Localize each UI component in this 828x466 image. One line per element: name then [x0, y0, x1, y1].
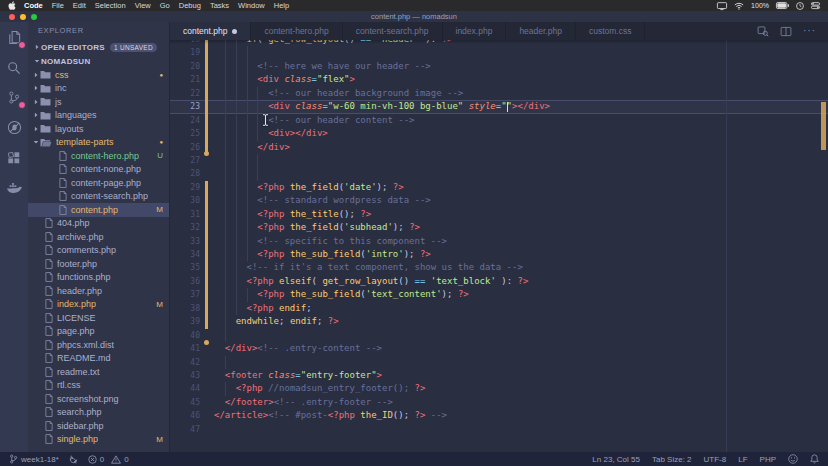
file-single.php[interactable]: single.phpM	[28, 433, 169, 447]
code-line-42[interactable]: 42	[170, 356, 828, 369]
code-line-21[interactable]: 21 <div class="flex">	[170, 73, 828, 86]
folder-inc[interactable]: inc	[28, 82, 169, 96]
menu-file[interactable]: File	[52, 1, 64, 10]
file-readme.txt[interactable]: readme.txt	[28, 365, 169, 379]
code-line-32[interactable]: 32 <?php the_field('subhead'); ?>	[170, 221, 828, 234]
minimize-window-button[interactable]	[20, 14, 26, 20]
code-line-43[interactable]: 43 <footer class="entry-footer">	[170, 369, 828, 382]
file-index.php[interactable]: index.phpM	[28, 298, 169, 312]
line-number[interactable]: 39	[170, 315, 200, 328]
code-line-36[interactable]: 36 <?php elseif( get_row_layout() == 'te…	[170, 275, 828, 288]
line-number[interactable]: 22	[170, 87, 200, 100]
menu-help[interactable]: Help	[274, 1, 289, 10]
line-number[interactable]: 46	[170, 409, 200, 422]
code-line-37[interactable]: 37 <?php the_sub_field('text_content'); …	[170, 288, 828, 301]
tab-custom.css[interactable]: custom.css	[576, 22, 646, 40]
code-line-27[interactable]: 27	[170, 154, 828, 167]
code-line-33[interactable]: 33 <!-- specific to this component -->	[170, 235, 828, 248]
workspace-root-section[interactable]: NOMADSUN	[28, 54, 169, 68]
folder-template-parts[interactable]: template-parts●	[28, 136, 169, 150]
folder-languages[interactable]: languages	[28, 109, 169, 123]
line-number[interactable]: 29	[170, 181, 200, 194]
line-number[interactable]: 43	[170, 369, 200, 382]
code-line-26[interactable]: 26 </div>	[170, 141, 828, 154]
control-center-icon[interactable]	[811, 2, 820, 9]
line-number[interactable]: 47	[170, 423, 200, 436]
file-LICENSE[interactable]: LICENSE	[28, 311, 169, 325]
file-rtl.css[interactable]: rtl.css	[28, 379, 169, 393]
tab-content-hero.php[interactable]: content-hero.php	[251, 22, 342, 40]
split-editor-icon[interactable]	[780, 26, 792, 37]
menu-debug[interactable]: Debug	[179, 1, 201, 10]
line-number[interactable]: 41	[170, 342, 200, 355]
tab-header.php[interactable]: header.php	[506, 22, 576, 40]
line-number[interactable]: 45	[170, 396, 200, 409]
cursor-position-item[interactable]: Ln 23, Col 55	[592, 455, 640, 464]
docker-icon[interactable]	[6, 179, 23, 196]
apple-logo-icon[interactable]	[8, 1, 16, 10]
code-line-38[interactable]: 38 <?php endif;	[170, 302, 828, 315]
line-number[interactable]: 37	[170, 288, 200, 301]
menu-window[interactable]: Window	[238, 1, 265, 10]
code-line-35[interactable]: 35 <!-- if it's a text component, show u…	[170, 261, 828, 274]
code-line-28[interactable]: 28	[170, 167, 828, 180]
menu-selection[interactable]: Selection	[95, 1, 126, 10]
file-sidebar.php[interactable]: sidebar.php	[28, 419, 169, 433]
line-number[interactable]: 27	[170, 154, 200, 167]
code-line-45[interactable]: 45 </footer><!-- .entry-footer -->	[170, 396, 828, 409]
folder-layouts[interactable]: layouts	[28, 122, 169, 136]
line-number[interactable]: 28	[170, 167, 200, 180]
line-number[interactable]: 20	[170, 60, 200, 73]
menu-code[interactable]: Code	[24, 1, 43, 10]
code-line-19[interactable]: 19	[170, 46, 828, 59]
folder-js[interactable]: js	[28, 95, 169, 109]
indentation-item[interactable]: Tab Size: 2	[652, 455, 692, 464]
file-404.php[interactable]: 404.php	[28, 217, 169, 231]
source-control-icon[interactable]	[6, 89, 23, 106]
line-number[interactable]: 44	[170, 382, 200, 395]
line-number[interactable]: 30	[170, 194, 200, 207]
menu-view[interactable]: View	[135, 1, 151, 10]
file-phpcs.xml.dist[interactable]: phpcs.xml.dist	[28, 338, 169, 352]
line-number[interactable]: 24	[170, 114, 200, 127]
code-line-39[interactable]: 39 endwhile; endif; ?>	[170, 315, 828, 328]
file-footer.php[interactable]: footer.php	[28, 257, 169, 271]
display-icon[interactable]	[717, 2, 727, 10]
file-functions.php[interactable]: functions.php	[28, 271, 169, 285]
wifi-icon[interactable]	[734, 2, 744, 10]
line-number[interactable]: 33	[170, 235, 200, 248]
file-screenshot.png[interactable]: screenshot.png	[28, 392, 169, 406]
file-search.php[interactable]: search.php	[28, 406, 169, 420]
line-number[interactable]: 25	[170, 127, 200, 140]
file-content-none.php[interactable]: content-none.php	[28, 163, 169, 177]
line-number[interactable]: 23	[170, 100, 200, 113]
git-branch-item[interactable]: week1-18*	[9, 454, 59, 464]
clock-icon[interactable]	[796, 2, 804, 10]
menu-edit[interactable]: Edit	[73, 1, 86, 10]
code-line-25[interactable]: 25 <div></div>	[170, 127, 828, 140]
search-icon[interactable]	[6, 59, 23, 76]
eol-item[interactable]: LF	[738, 455, 747, 464]
menu-tasks[interactable]: Tasks	[210, 1, 229, 10]
language-mode-item[interactable]: PHP	[760, 455, 776, 464]
file-content-search.php[interactable]: content-search.php	[28, 190, 169, 204]
code-editor[interactable]: 18 if( get_row_layout() == 'header' ): ?…	[170, 40, 828, 452]
code-line-23[interactable]: 23 <div class="w-60 min-vh-100 bg-blue" …	[170, 100, 828, 113]
code-line-29[interactable]: 29 <?php the_field('date'); ?>	[170, 181, 828, 194]
line-number[interactable]: 40	[170, 329, 200, 342]
code-line-22[interactable]: 22 <!-- our header background image -->	[170, 87, 828, 100]
tab-index.php[interactable]: index.php	[443, 22, 507, 40]
code-line-20[interactable]: 20 <!-- here we have our header -->	[170, 60, 828, 73]
feedback-smiley-icon[interactable]	[788, 454, 798, 464]
code-line-41[interactable]: 41 </div><!-- .entry-content -->	[170, 342, 828, 355]
tab-content.php[interactable]: content.php	[170, 22, 251, 40]
explorer-icon[interactable]	[6, 29, 23, 46]
extensions-icon[interactable]	[6, 149, 23, 166]
line-number[interactable]: 35	[170, 261, 200, 274]
code-line-46[interactable]: 46</article><!-- #post-<?php the_ID(); ?…	[170, 409, 828, 422]
file-comments.php[interactable]: comments.php	[28, 244, 169, 258]
folder-css[interactable]: css●	[28, 68, 169, 82]
code-line-40[interactable]: 40	[170, 329, 828, 342]
line-number[interactable]: 34	[170, 248, 200, 261]
sync-item[interactable]	[69, 455, 78, 464]
